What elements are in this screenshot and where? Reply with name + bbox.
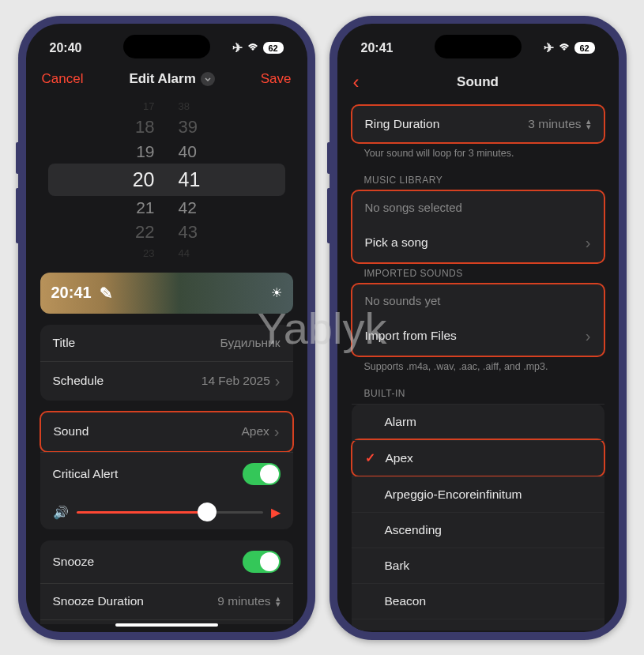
airplane-icon: ✈ (232, 40, 243, 55)
status-time: 20:41 (361, 41, 394, 55)
title-text: Edit Alarm (129, 71, 195, 87)
screen-right: 20:41 ✈ 62 ‹ Sound Ring Duration 3 minut… (337, 24, 619, 632)
music-library-header: MUSIC LIBRARY (352, 170, 604, 190)
ring-note: Your sound will loop for 3 minutes. (352, 143, 604, 170)
page-title: Sound (457, 74, 499, 90)
status-time: 20:40 (50, 41, 82, 55)
builtin-header: BUILT-IN (352, 383, 604, 404)
imported-header: IMPORTED SOUNDS (352, 263, 604, 284)
snooze-dur-value: 9 minutes (217, 594, 270, 608)
volume-slider[interactable] (77, 511, 263, 514)
cancel-button[interactable]: Cancel (42, 71, 84, 87)
updown-icon: ▴▾ (276, 596, 281, 606)
phone-right: 20:41 ✈ 62 ‹ Sound Ring Duration 3 minut… (330, 16, 627, 640)
notch (123, 35, 210, 58)
title-label: Title (53, 336, 76, 350)
title-row[interactable]: Title Будильник (40, 325, 293, 361)
builtin-sound-item[interactable]: Arpeggio-Encoreinfinitum (352, 476, 604, 512)
sound-value: Apex (241, 424, 269, 439)
home-indicator[interactable] (115, 623, 218, 627)
back-button[interactable]: ‹ (353, 71, 360, 93)
play-icon[interactable]: ▶ (271, 505, 281, 520)
critical-alert-row: Critical Alert (40, 452, 293, 495)
sound-row[interactable]: Sound Apex› (40, 411, 294, 453)
airplane-icon: ✈ (544, 40, 554, 55)
critical-label: Critical Alert (53, 467, 119, 481)
imported-note: Supports .m4a, .wav, .aac, .aiff, and .m… (352, 356, 604, 383)
builtin-sound-item[interactable]: Alarm (352, 404, 604, 439)
chevron-right-icon: › (274, 423, 280, 441)
pencil-icon: ✎ (100, 284, 113, 303)
imported-empty-text: No sounds yet (352, 284, 604, 317)
battery-icon: 62 (574, 42, 595, 54)
wifi-icon (247, 41, 259, 55)
import-files-row[interactable]: Import from Files › (352, 317, 604, 356)
builtin-sound-item[interactable]: Bell Tower (352, 619, 604, 631)
builtin-sound-item[interactable]: Bark (352, 548, 604, 583)
pick-song-row[interactable]: Pick a song › (352, 224, 604, 262)
wifi-icon (558, 41, 571, 55)
snooze-dur-label: Snooze Duration (53, 594, 144, 608)
sound-label: Sound (54, 424, 89, 439)
chevron-right-icon: › (586, 327, 591, 345)
ring-value: 3 minutes (528, 117, 581, 131)
chevron-right-icon: › (586, 234, 591, 252)
notch (435, 35, 522, 58)
title-value: Будильник (220, 336, 281, 350)
builtin-sound-item[interactable]: Apex (352, 440, 604, 476)
schedule-value: 14 Feb 2025 (201, 374, 270, 388)
save-button[interactable]: Save (261, 71, 292, 87)
updown-icon: ▴▾ (586, 119, 591, 129)
critical-toggle[interactable] (243, 463, 281, 485)
snooze-duration-row[interactable]: Snooze Duration 9 minutes▴▾ (40, 583, 293, 619)
sunrise-icon: ☀ (271, 285, 282, 300)
page-title[interactable]: Edit Alarm (129, 71, 214, 87)
nav-header: ‹ Sound (337, 63, 619, 101)
nav-header: Cancel Edit Alarm Save (26, 63, 307, 95)
snooze-row: Snooze (40, 540, 293, 583)
snooze-toggle[interactable] (243, 551, 281, 573)
snooze-label: Snooze (53, 555, 95, 569)
speaker-icon: 🔊 (53, 505, 69, 520)
ring-label: Ring Duration (365, 117, 440, 131)
preview-banner[interactable]: 20:41 ✎ ☀ (40, 273, 293, 314)
chevron-down-icon (201, 72, 215, 86)
music-empty-text: No songs selected (352, 191, 604, 224)
ring-duration-row[interactable]: Ring Duration 3 minutes▴▾ (352, 106, 604, 142)
schedule-label: Schedule (53, 374, 104, 388)
banner-time-text: 20:41 (51, 284, 92, 302)
schedule-row[interactable]: Schedule 14 Feb 2025› (40, 361, 293, 401)
builtin-sound-item[interactable]: Ascending (352, 512, 604, 548)
time-picker[interactable]: 1738 1839 1940 2041 2142 2243 2344 (72, 98, 262, 262)
battery-icon: 62 (263, 42, 284, 54)
pick-song-label: Pick a song (365, 235, 428, 250)
phone-left: 20:40 ✈ 62 Cancel Edit Alarm Save 1738 1… (18, 16, 315, 640)
builtin-sound-item[interactable]: Beacon (352, 583, 604, 619)
builtin-list: AlarmApexArpeggio-EncoreinfinitumAscendi… (352, 404, 604, 631)
screen-left: 20:40 ✈ 62 Cancel Edit Alarm Save 1738 1… (26, 24, 307, 632)
chevron-right-icon: › (275, 372, 281, 390)
volume-slider-row: 🔊 ▶ (40, 495, 293, 529)
import-label: Import from Files (365, 329, 457, 343)
